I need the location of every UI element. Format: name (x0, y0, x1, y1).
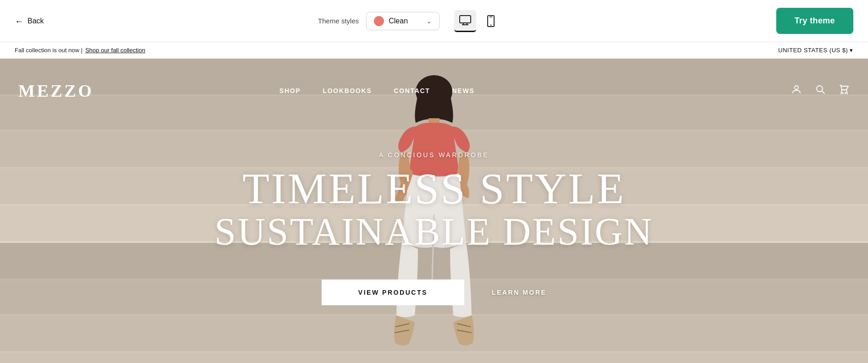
cart-icon[interactable] (839, 84, 850, 98)
announcement-bar: Fall collection is out now | Shop our fa… (0, 42, 868, 59)
country-selector[interactable]: UNITED STATES (US $) ▾ (778, 47, 853, 54)
top-bar: ← Back Theme styles Clean ⌄ Try theme (0, 0, 868, 42)
mobile-view-button[interactable] (480, 10, 502, 32)
svg-point-15 (795, 86, 798, 89)
site-logo: MEZZO (18, 81, 94, 101)
announcement-link[interactable]: Shop our fall collection (85, 47, 145, 54)
svg-point-5 (490, 24, 491, 25)
hero-buttons-group: VIEW PRODUCTS LEARN MORE (322, 280, 546, 305)
try-theme-button[interactable]: Try theme (776, 8, 853, 34)
mobile-icon (487, 15, 495, 27)
country-label: UNITED STATES (US $) (778, 47, 848, 54)
back-arrow-icon: ← (15, 16, 24, 26)
hero-title-line1: TIMELESS STYLE (242, 166, 625, 212)
theme-color-dot (374, 16, 384, 26)
nav-item-shop[interactable]: SHOP (279, 87, 300, 94)
nav-item-news[interactable]: NEWS (452, 87, 475, 94)
back-button[interactable]: ← Back (15, 16, 44, 26)
view-products-button[interactable]: VIEW PRODUCTS (322, 280, 464, 305)
svg-rect-0 (460, 16, 471, 23)
hero-section: A CONCIOUS WARDROBE TIMELESS STYLE SUSTA… (0, 59, 868, 363)
device-toggle-group (454, 10, 502, 32)
learn-more-button[interactable]: LEARN MORE (492, 289, 546, 296)
search-icon[interactable] (815, 84, 826, 98)
account-icon[interactable] (791, 84, 802, 98)
site-nav: SHOP LOOKBOOKS CONTACT NEWS (252, 87, 474, 94)
hero-title-line2: SUSTAINABLE DESIGN (215, 212, 654, 252)
desktop-view-button[interactable] (454, 10, 476, 32)
back-label: Back (28, 17, 44, 25)
theme-styles-label: Theme styles (318, 17, 359, 25)
hero-subtitle: A CONCIOUS WARDROBE (379, 151, 489, 159)
svg-line-17 (822, 91, 825, 94)
nav-item-lookbooks[interactable]: LOOKBOOKS (323, 87, 372, 94)
announcement-static-text: Fall collection is out now | (15, 47, 83, 54)
nav-item-contact[interactable]: CONTACT (394, 87, 430, 94)
theme-name-label: Clean (389, 17, 422, 25)
theme-selector-dropdown[interactable]: Clean ⌄ (366, 12, 440, 30)
desktop-icon (459, 15, 471, 25)
preview-area: Fall collection is out now | Shop our fa… (0, 42, 868, 363)
site-header: MEZZO SHOP LOOKBOOKS CONTACT NEWS (0, 81, 868, 101)
announcement-text-group: Fall collection is out now | Shop our fa… (15, 47, 145, 54)
chevron-down-icon: ⌄ (426, 17, 432, 25)
country-chevron-icon: ▾ (850, 47, 853, 54)
site-actions (791, 84, 850, 98)
hero-content: A CONCIOUS WARDROBE TIMELESS STYLE SUSTA… (0, 59, 868, 363)
